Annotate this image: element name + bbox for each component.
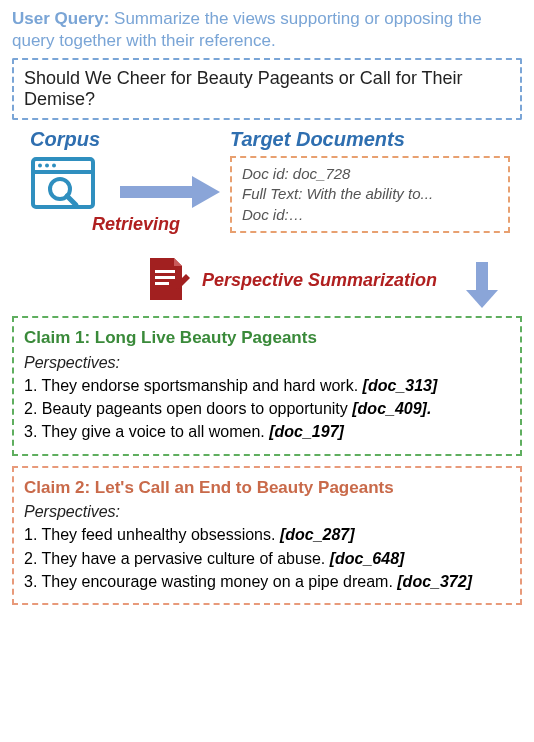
claim-2-box: Claim 2: Let's Call an End to Beauty Pag…: [12, 466, 522, 605]
perspectives-label: Perspectives:: [24, 351, 510, 374]
perspective-text: 3. They encourage wasting money on a pip…: [24, 573, 393, 590]
question-text: Should We Cheer for Beauty Pageants or C…: [24, 68, 463, 109]
perspective-item: 1. They endorse sportsmanship and hard w…: [24, 374, 510, 397]
svg-point-4: [52, 164, 56, 168]
perspective-item: 3. They encourage wasting money on a pip…: [24, 570, 510, 593]
svg-point-3: [45, 164, 49, 168]
summarization-row: Perspective Summarization: [12, 260, 522, 314]
svg-rect-9: [155, 270, 175, 273]
user-query-label: User Query:: [12, 9, 109, 28]
perspective-item: 2. They have a pervasive culture of abus…: [24, 547, 510, 570]
question-box: Should We Cheer for Beauty Pageants or C…: [12, 58, 522, 120]
target-documents-label: Target Documents: [230, 128, 405, 151]
perspective-item: 3. They give a voice to all women. [doc_…: [24, 420, 510, 443]
arrow-right-icon: [120, 176, 220, 208]
perspective-item: 1. They feed unhealthy obsessions. [doc_…: [24, 523, 510, 546]
perspectives-label: Perspectives:: [24, 500, 510, 523]
user-query-block: User Query: Summarize the views supporti…: [12, 8, 522, 52]
doc-reference: [doc_197]: [269, 423, 344, 440]
svg-rect-11: [155, 282, 169, 285]
doc-reference: [doc_648]: [330, 550, 405, 567]
svg-line-6: [67, 196, 76, 205]
pipeline-row: Corpus Target Documents Retrieving Doc i…: [12, 126, 522, 256]
claim-2-title: Claim 2: Let's Call an End to Beauty Pag…: [24, 476, 510, 501]
perspective-text: 3. They give a voice to all women.: [24, 423, 265, 440]
perspective-item: 2. Beauty pageants open doors to opportu…: [24, 397, 510, 420]
perspective-text: 1. They endorse sportsmanship and hard w…: [24, 377, 358, 394]
svg-marker-13: [466, 290, 498, 308]
target-documents-box: Doc id: doc_728 Full Text: With the abil…: [230, 156, 510, 233]
retrieving-label: Retrieving: [92, 214, 180, 235]
claim-1-box: Claim 1: Long Live Beauty Pageants Persp…: [12, 316, 522, 455]
svg-point-2: [38, 164, 42, 168]
perspective-text: 2. They have a pervasive culture of abus…: [24, 550, 325, 567]
doc-reference: [doc_313]: [363, 377, 438, 394]
corpus-label: Corpus: [30, 128, 100, 151]
svg-rect-10: [155, 276, 175, 279]
perspective-text: 2. Beauty pageants open doors to opportu…: [24, 400, 348, 417]
svg-rect-12: [476, 262, 488, 292]
corpus-browser-icon: [30, 156, 96, 214]
svg-marker-8: [192, 176, 220, 208]
claim-1-title: Claim 1: Long Live Beauty Pageants: [24, 326, 510, 351]
svg-rect-7: [120, 186, 194, 198]
doc-reference: [doc_287]: [280, 526, 355, 543]
perspective-summarization-label: Perspective Summarization: [202, 270, 437, 291]
document-edit-icon: [142, 254, 192, 306]
doc-reference: [doc_372]: [397, 573, 472, 590]
arrow-down-icon: [466, 262, 498, 308]
doc-reference: [doc_409].: [352, 400, 431, 417]
target-doc-line: Doc id:…: [242, 205, 498, 225]
perspective-text: 1. They feed unhealthy obsessions.: [24, 526, 275, 543]
target-doc-line: Full Text: With the ability to...: [242, 184, 498, 204]
target-doc-line: Doc id: doc_728: [242, 164, 498, 184]
